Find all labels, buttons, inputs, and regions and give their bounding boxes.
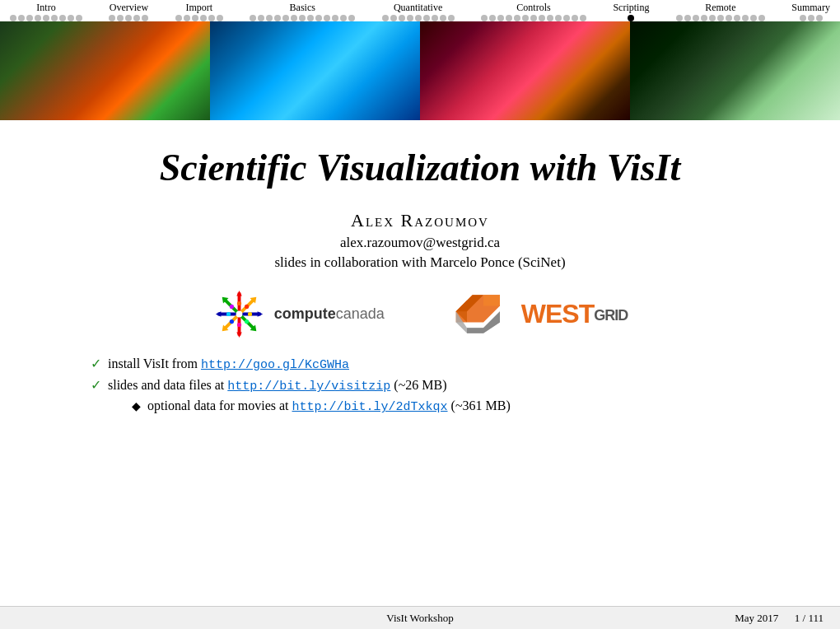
slides-link[interactable]: http://bit.ly/visitzip [227, 380, 390, 394]
svg-point-15 [226, 312, 231, 316]
svg-marker-25 [483, 295, 500, 305]
nav-basics-dots [250, 15, 355, 21]
bullet-slides-text: slides and data files at http://bit.ly/v… [108, 378, 447, 394]
nav-remote-label: Remote [705, 2, 735, 14]
nav-summary[interactable]: Summary [791, 2, 830, 21]
computecanada-text: computecanada [274, 306, 385, 323]
logos-area: computecanada WESTGRID [49, 287, 791, 341]
footer-center: VisIt Workshop [386, 612, 453, 625]
nav-overview[interactable]: Overview [109, 2, 148, 21]
footer-page: 1 / 111 [795, 612, 824, 624]
author-collab: slides in collaboration with Marcelo Pon… [49, 254, 791, 271]
svg-point-18 [245, 319, 249, 324]
nav-remote[interactable]: Remote [676, 2, 765, 21]
viz-panel-4 [630, 21, 840, 120]
bullet-install-text: install VisIt from http://goo.gl/KcGWHa [108, 356, 349, 372]
svg-point-19 [245, 305, 249, 309]
viz-panel-3 [420, 21, 630, 120]
nav-controls-dots [481, 15, 586, 21]
nav-quantitative-label: Quantitative [394, 2, 442, 14]
bullets-section: ✓ install VisIt from http://goo.gl/KcGWH… [91, 356, 749, 414]
movies-link[interactable]: http://bit.ly/2dTxkqx [292, 400, 448, 414]
nav-overview-dots [109, 15, 148, 21]
bullet-movies: ◆ optional data for movies at http://bit… [107, 398, 749, 414]
diamond-icon: ◆ [132, 399, 141, 413]
nav-intro-dots [10, 15, 82, 21]
footer: VisIt Workshop May 2017 1 / 111 [0, 606, 840, 629]
author-email: alex.razoumov@westgrid.ca [49, 235, 791, 251]
svg-point-14 [237, 323, 241, 327]
nav-remote-dots [676, 15, 765, 21]
slide-title: Scientific Visualization with VisIt [49, 145, 791, 190]
bullet-install: ✓ install VisIt from http://goo.gl/KcGWH… [91, 356, 749, 372]
nav-controls-label: Controls [516, 2, 550, 14]
nav-import-label: Import [185, 2, 212, 14]
svg-point-16 [248, 312, 252, 316]
footer-date: May 2017 [735, 612, 778, 624]
author-block: Alex Razoumov alex.razoumov@westgrid.ca … [49, 210, 791, 271]
bullet-slides: ✓ slides and data files at http://bit.ly… [91, 377, 749, 394]
viz-panel-2 [210, 21, 420, 120]
svg-point-17 [230, 305, 234, 309]
computecanada-icon [212, 287, 266, 341]
computecanada-logo: computecanada [212, 287, 385, 341]
bullet-movies-text: optional data for movies at http://bit.l… [147, 398, 511, 414]
nav-basics-label: Basics [290, 2, 315, 14]
nav-scripting-dots [628, 15, 634, 21]
check-icon-1: ✓ [91, 356, 101, 371]
check-icon-2: ✓ [91, 377, 101, 393]
svg-point-13 [237, 301, 241, 305]
svg-marker-4 [236, 291, 242, 296]
svg-point-20 [230, 319, 234, 324]
nav-quantitative[interactable]: Quantitative [382, 2, 455, 21]
footer-right: May 2017 1 / 111 [735, 612, 824, 625]
navbar: Intro Overview Import Basics [0, 0, 840, 21]
westgrid-logo: WESTGRID [450, 291, 628, 337]
svg-marker-6 [216, 311, 222, 317]
nav-basics[interactable]: Basics [250, 2, 355, 21]
install-link[interactable]: http://goo.gl/KcGWHa [201, 358, 349, 372]
nav-summary-dots [800, 15, 823, 21]
viz-panel-1 [0, 21, 210, 120]
nav-import[interactable]: Import [175, 2, 223, 21]
nav-scripting[interactable]: Scripting [613, 2, 649, 21]
main-content: Scientific Visualization with VisIt Alex… [0, 120, 840, 414]
svg-point-12 [236, 311, 242, 318]
nav-scripting-label: Scripting [613, 2, 649, 14]
nav-intro-label: Intro [36, 2, 55, 14]
nav-import-dots [175, 15, 223, 21]
nav-controls[interactable]: Controls [481, 2, 586, 21]
nav-overview-label: Overview [110, 2, 148, 14]
image-strip [0, 21, 840, 120]
svg-marker-5 [236, 333, 242, 338]
westgrid-text: WESTGRID [521, 299, 628, 329]
nav-quantitative-dots [382, 15, 455, 21]
nav-summary-label: Summary [791, 2, 830, 14]
westgrid-icon [450, 291, 516, 337]
svg-marker-7 [257, 311, 263, 317]
author-name: Alex Razoumov [49, 210, 791, 231]
nav-intro[interactable]: Intro [10, 2, 82, 21]
